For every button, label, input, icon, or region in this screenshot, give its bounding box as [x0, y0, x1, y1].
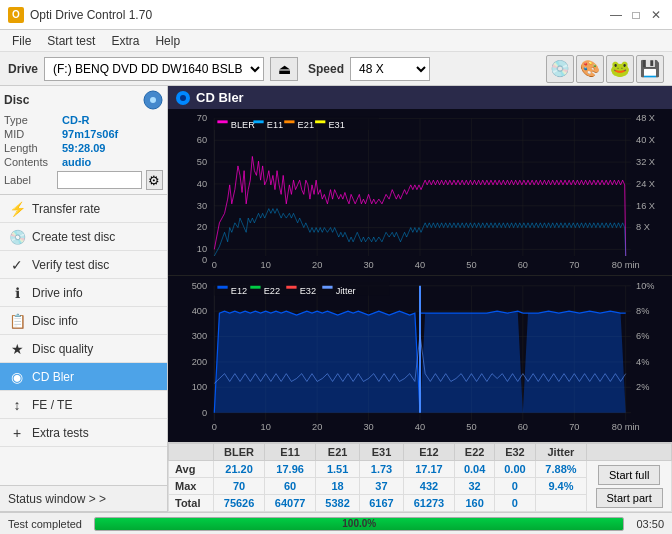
- drive-select[interactable]: (F:) BENQ DVD DD DW1640 BSLB: [44, 57, 264, 81]
- toolbar-btn-4[interactable]: 💾: [636, 55, 664, 83]
- stats-avg-e21: 1.51: [316, 461, 360, 478]
- svg-text:20: 20: [312, 261, 322, 271]
- svg-rect-47: [253, 120, 263, 123]
- nav-label-drive-info: Drive info: [32, 286, 83, 300]
- status-text: Test completed: [8, 518, 82, 530]
- toolbar-btn-1[interactable]: 💿: [546, 55, 574, 83]
- minimize-button[interactable]: —: [608, 7, 624, 23]
- sidebar-item-disc-quality[interactable]: ★ Disc quality: [0, 335, 167, 363]
- nav-label-transfer-rate: Transfer rate: [32, 202, 100, 216]
- bottom-chart-area: 500 400 300 200 100 0 10% 8% 6% 4% 2% 0: [168, 276, 672, 442]
- start-part-button[interactable]: Start part: [596, 488, 663, 508]
- svg-text:10%: 10%: [636, 281, 655, 291]
- disc-label-input[interactable]: [57, 171, 142, 189]
- create-test-disc-icon: 💿: [8, 228, 26, 246]
- svg-text:10: 10: [197, 245, 207, 255]
- svg-text:50: 50: [466, 261, 476, 271]
- disc-type-label: Type: [4, 114, 62, 126]
- stats-col-label: [169, 444, 214, 461]
- sidebar-item-fe-te[interactable]: ↕ FE / TE: [0, 391, 167, 419]
- disc-label-label: Label: [4, 174, 53, 186]
- stats-total-bler: 75626: [214, 495, 265, 512]
- disc-type-value: CD-R: [62, 114, 90, 126]
- svg-text:8%: 8%: [636, 306, 649, 316]
- menu-help[interactable]: Help: [147, 32, 188, 50]
- svg-text:48 X: 48 X: [636, 114, 655, 124]
- svg-text:80 min: 80 min: [612, 261, 640, 271]
- sidebar-item-extra-tests[interactable]: + Extra tests: [0, 419, 167, 447]
- disc-label-row: Label ⚙: [4, 170, 163, 190]
- stats-total-e32: 0: [495, 495, 535, 512]
- svg-text:30: 30: [363, 422, 373, 432]
- svg-text:E31: E31: [328, 120, 345, 130]
- disc-mid-value: 97m17s06f: [62, 128, 118, 140]
- stats-total-e22: 160: [454, 495, 494, 512]
- stats-max-e21: 18: [316, 478, 360, 495]
- stats-action-buttons: Start full Start part: [587, 461, 672, 512]
- disc-contents-value: audio: [62, 156, 91, 168]
- menu-file[interactable]: File: [4, 32, 39, 50]
- nav-label-cd-bler: CD Bler: [32, 370, 74, 384]
- content-area: CD Bler: [168, 86, 672, 512]
- svg-text:500: 500: [192, 281, 207, 291]
- sidebar-item-verify-test-disc[interactable]: ✓ Verify test disc: [0, 251, 167, 279]
- disc-quality-icon: ★: [8, 340, 26, 358]
- svg-text:50: 50: [197, 157, 207, 167]
- stats-header-row: BLER E11 E21 E31 E12 E22 E32 Jitter: [169, 444, 672, 461]
- start-full-button[interactable]: Start full: [598, 465, 660, 485]
- toolbar-btn-2[interactable]: 🎨: [576, 55, 604, 83]
- svg-text:4%: 4%: [636, 357, 649, 367]
- stats-avg-e22: 0.04: [454, 461, 494, 478]
- sidebar-item-drive-info[interactable]: ℹ Drive info: [0, 279, 167, 307]
- menu-extra[interactable]: Extra: [103, 32, 147, 50]
- svg-text:80 min: 80 min: [612, 422, 640, 432]
- stats-total-e12: 61273: [403, 495, 454, 512]
- svg-rect-96: [250, 286, 260, 289]
- svg-text:E32: E32: [300, 286, 316, 296]
- svg-text:0: 0: [202, 255, 207, 265]
- svg-point-3: [180, 95, 186, 101]
- bottom-chart-svg: 500 400 300 200 100 0 10% 8% 6% 4% 2% 0: [168, 276, 672, 442]
- status-window-button[interactable]: Status window > >: [0, 486, 167, 512]
- disc-icon: [143, 90, 163, 110]
- close-button[interactable]: ✕: [648, 7, 664, 23]
- svg-text:2%: 2%: [636, 382, 649, 392]
- extra-tests-icon: +: [8, 424, 26, 442]
- sidebar-item-cd-bler[interactable]: ◉ CD Bler: [0, 363, 167, 391]
- svg-text:70: 70: [569, 422, 579, 432]
- disc-section: Disc Type CD-R MID 97m17s06f Length 59:2…: [0, 86, 167, 195]
- sidebar-bottom: Status window > >: [0, 485, 167, 512]
- sidebar-item-transfer-rate[interactable]: ⚡ Transfer rate: [0, 195, 167, 223]
- disc-mid-label: MID: [4, 128, 62, 140]
- statusbar: Test completed 100.0% 03:50: [0, 512, 672, 534]
- stats-avg-e12: 17.17: [403, 461, 454, 478]
- stats-avg-e31: 1.73: [360, 461, 404, 478]
- stats-max-bler: 70: [214, 478, 265, 495]
- drive-info-icon: ℹ: [8, 284, 26, 302]
- stats-total-e11: 64077: [265, 495, 316, 512]
- svg-text:10: 10: [261, 422, 271, 432]
- menu-start-test[interactable]: Start test: [39, 32, 103, 50]
- stats-max-jitter: 9.4%: [535, 478, 587, 495]
- eject-button[interactable]: ⏏: [270, 57, 298, 81]
- toolbar-btn-3[interactable]: 🐸: [606, 55, 634, 83]
- disc-section-title: Disc: [4, 93, 29, 107]
- sidebar-item-create-test-disc[interactable]: 💿 Create test disc: [0, 223, 167, 251]
- svg-text:24 X: 24 X: [636, 179, 655, 189]
- svg-text:20: 20: [312, 422, 322, 432]
- app-title: Opti Drive Control 1.70: [30, 8, 152, 22]
- stats-col-e31: E31: [360, 444, 404, 461]
- speed-select[interactable]: 48 X: [350, 57, 430, 81]
- disc-mid-row: MID 97m17s06f: [4, 128, 163, 140]
- stats-col-jitter: Jitter: [535, 444, 587, 461]
- stats-col-e11: E11: [265, 444, 316, 461]
- sidebar-item-disc-info[interactable]: 📋 Disc info: [0, 307, 167, 335]
- stats-col-e22: E22: [454, 444, 494, 461]
- svg-text:300: 300: [192, 332, 207, 342]
- svg-text:70: 70: [197, 114, 207, 124]
- titlebar-controls: — □ ✕: [608, 7, 664, 23]
- svg-text:8 X: 8 X: [636, 223, 650, 233]
- disc-label-edit-button[interactable]: ⚙: [146, 170, 163, 190]
- maximize-button[interactable]: □: [628, 7, 644, 23]
- svg-text:Jitter: Jitter: [336, 286, 356, 296]
